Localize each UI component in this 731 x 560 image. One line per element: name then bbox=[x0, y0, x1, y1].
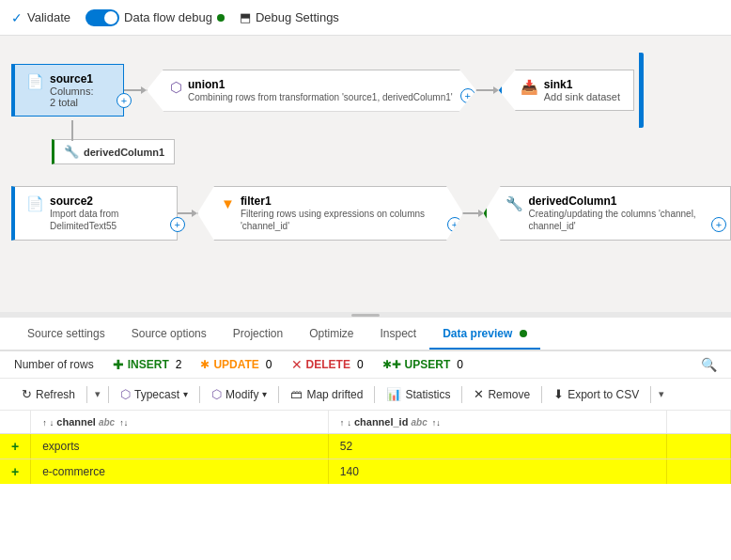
upsert-value: 0 bbox=[457, 358, 463, 371]
action-divider-3 bbox=[199, 386, 200, 403]
insert-value: 2 bbox=[176, 358, 182, 371]
row1-channel-id: 52 bbox=[328, 434, 666, 459]
insert-icon: ✚ bbox=[113, 357, 124, 372]
source2-icon: 📄 bbox=[26, 195, 44, 212]
upsert-stat: ✱✚ UPSERT 0 bbox=[382, 358, 463, 371]
refresh-icon: ↻ bbox=[22, 387, 32, 401]
table-header-row: ↑ ↓ channel abc ↑↓ ↑ ↓ channel_id abc ↑↓ bbox=[0, 411, 731, 434]
source2-plus[interactable]: + bbox=[170, 217, 185, 232]
sort-up-icon: ↑ bbox=[42, 418, 47, 428]
export-icon: ⬇ bbox=[553, 387, 564, 401]
action-divider-6 bbox=[461, 386, 462, 403]
action-divider-2 bbox=[108, 386, 109, 403]
source1-plus[interactable]: + bbox=[117, 93, 132, 108]
row1-empty bbox=[666, 434, 730, 459]
data-preview-active-dot bbox=[520, 330, 527, 337]
tab-optimize[interactable]: Optimize bbox=[296, 319, 366, 350]
row2-channel-id: 140 bbox=[328, 459, 666, 485]
delete-value: 0 bbox=[357, 358, 364, 371]
tab-source-settings[interactable]: Source settings bbox=[14, 319, 118, 350]
derived-column1-plus[interactable]: + bbox=[711, 217, 726, 232]
filter1-plus[interactable]: + bbox=[447, 217, 462, 232]
update-icon: ✱ bbox=[200, 358, 210, 371]
tab-projection[interactable]: Projection bbox=[220, 319, 296, 350]
source-icon: 📄 bbox=[26, 73, 44, 90]
table-row: + e-commerce 140 bbox=[0, 459, 731, 485]
debug-toggle-item[interactable]: Data flow debug bbox=[86, 9, 225, 26]
refresh-chevron-icon[interactable]: ▾ bbox=[91, 384, 104, 404]
map-drifted-icon: 🗃 bbox=[290, 387, 303, 401]
insert-stat: ✚ INSERT 2 bbox=[113, 357, 182, 372]
union1-content: union1 Combining rows from transformatio… bbox=[188, 78, 453, 103]
delete-label: DELETE bbox=[306, 358, 350, 371]
derived-small-icon: 🔧 bbox=[64, 145, 79, 159]
row2-channel: e-commerce bbox=[31, 459, 329, 485]
source1-content: source1 Columns: 2 total bbox=[50, 72, 93, 108]
export-csv-button[interactable]: ⬇ Export to CSV bbox=[546, 383, 646, 405]
debug-settings-button[interactable]: ⬒ Debug Settings bbox=[240, 10, 339, 24]
source2-node[interactable]: 📄 source2 Import data from DelimitedText… bbox=[11, 186, 178, 241]
row1-indicator: + bbox=[0, 434, 31, 459]
col-channel-sort-icon: ↑↓ bbox=[119, 418, 128, 428]
derived-column1-node[interactable]: 🔧 derivedColumn1 Creating/updating the c… bbox=[484, 186, 732, 241]
map-drifted-button[interactable]: 🗃 Map drifted bbox=[283, 383, 370, 405]
action-bar: ↻ Refresh ▾ ⬡ Typecast ▾ ⬡ Modify ▾ 🗃 Ma… bbox=[0, 379, 731, 411]
main-toolbar: ✓ Validate Data flow debug ⬒ Debug Setti… bbox=[0, 0, 731, 36]
debug-toggle[interactable] bbox=[86, 9, 119, 26]
action-divider-7 bbox=[541, 386, 542, 403]
action-divider-1 bbox=[86, 386, 87, 403]
modify-button[interactable]: ⬡ Modify ▾ bbox=[204, 383, 274, 405]
action-divider-4 bbox=[278, 386, 279, 403]
typecast-icon: ⬡ bbox=[120, 387, 131, 401]
remove-icon: ✕ bbox=[474, 387, 484, 401]
col-channel-id-sort-icon: ↑↓ bbox=[432, 418, 441, 428]
derived-column1-small-node[interactable]: 🔧 derivedColumn1 bbox=[52, 139, 175, 164]
settings-icon: ⬒ bbox=[240, 10, 251, 24]
stats-bar: Number of rows ✚ INSERT 2 ✱ UPDATE 0 ✕ D… bbox=[0, 351, 731, 379]
remove-button[interactable]: ✕ Remove bbox=[466, 383, 537, 405]
refresh-button[interactable]: ↻ Refresh bbox=[14, 383, 83, 405]
union1-node[interactable]: ⬡ union1 Combining rows from transformat… bbox=[147, 70, 476, 112]
search-icon[interactable]: 🔍 bbox=[701, 357, 717, 372]
row-indicator-col-header bbox=[0, 411, 31, 434]
checkmark-icon: ✓ bbox=[11, 10, 23, 25]
source2-content: source2 Import data from DelimitedText55 bbox=[50, 194, 165, 232]
action-divider-5 bbox=[374, 386, 375, 403]
modify-icon: ⬡ bbox=[211, 387, 222, 401]
statistics-button[interactable]: 📊 Statistics bbox=[379, 383, 458, 405]
filter1-node[interactable]: ▼ filter1 Filtering rows using expressio… bbox=[197, 186, 463, 241]
sort-down-icon2: ↓ bbox=[347, 418, 351, 428]
row2-indicator: + bbox=[0, 459, 31, 485]
resize-handle bbox=[351, 314, 380, 317]
row2-empty bbox=[666, 459, 730, 485]
upsert-icon: ✱✚ bbox=[382, 358, 401, 371]
union1-plus[interactable]: + bbox=[460, 88, 475, 103]
source1-node[interactable]: 📄 source1 Columns: 2 total + bbox=[11, 64, 124, 117]
modify-chevron-icon: ▾ bbox=[262, 389, 267, 399]
row1-channel: exports bbox=[31, 434, 329, 459]
delete-icon: ✕ bbox=[291, 357, 303, 372]
tab-source-options[interactable]: Source options bbox=[118, 319, 220, 350]
derived-icon: 🔧 bbox=[505, 195, 523, 212]
tab-inspect[interactable]: Inspect bbox=[367, 319, 430, 350]
typecast-button[interactable]: ⬡ Typecast ▾ bbox=[113, 383, 195, 405]
validate-button[interactable]: ✓ Validate bbox=[11, 10, 70, 25]
resize-bar[interactable] bbox=[0, 312, 731, 318]
sort-up-icon2: ↑ bbox=[340, 418, 345, 428]
union-icon: ⬡ bbox=[170, 79, 182, 96]
filter-icon: ▼ bbox=[221, 195, 235, 211]
data-table-wrapper: ↑ ↓ channel abc ↑↓ ↑ ↓ channel_id abc ↑↓ bbox=[0, 411, 731, 484]
col-channel-header[interactable]: ↑ ↓ channel abc ↑↓ bbox=[31, 411, 329, 434]
action-divider-8 bbox=[650, 386, 651, 403]
insert-label: INSERT bbox=[128, 358, 169, 371]
sink-icon: 📥 bbox=[521, 79, 538, 96]
delete-stat: ✕ DELETE 0 bbox=[291, 357, 364, 372]
tab-data-preview[interactable]: Data preview bbox=[429, 319, 539, 350]
statistics-icon: 📊 bbox=[386, 387, 401, 401]
typecast-chevron-icon: ▾ bbox=[183, 389, 188, 399]
col-channel-id-header[interactable]: ↑ ↓ channel_id abc ↑↓ bbox=[328, 411, 666, 434]
upsert-label: UPSERT bbox=[405, 358, 451, 371]
canvas-area: 📄 source1 Columns: 2 total + ⬡ union1 Co… bbox=[0, 36, 731, 318]
more-actions-icon[interactable]: ▾ bbox=[655, 384, 668, 404]
sink1-node[interactable]: 📥 sink1 Add sink dataset bbox=[499, 70, 634, 111]
